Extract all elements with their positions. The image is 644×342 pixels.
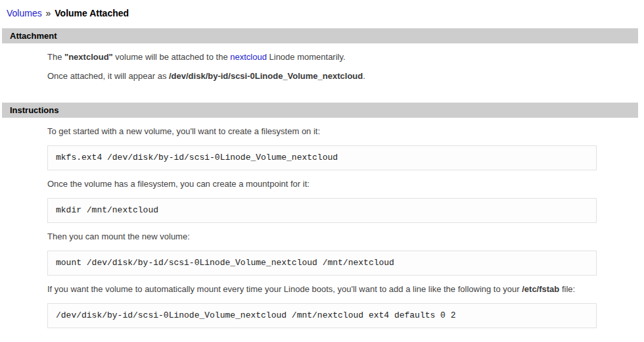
fstab-text-pre: If you want the volume to automatically … xyxy=(47,284,522,294)
instruction-step2-text: Once the volume has a filesystem, you ca… xyxy=(47,179,637,189)
attachment-status-text-post: Linode momentarily. xyxy=(267,52,346,62)
instruction-step4-text: If you want the volume to automatically … xyxy=(47,284,637,295)
fstab-text-post: file: xyxy=(559,284,575,294)
instruction-step3-text: Then you can mount the new volume: xyxy=(47,232,637,242)
attachment-status-text-pre: The xyxy=(47,52,64,62)
code-block-mkdir: mkdir /mnt/nextcloud xyxy=(47,198,597,223)
device-path-text-pre: Once attached, it will appear as xyxy=(47,71,169,81)
instructions-section-body: To get started with a new volume, you'll… xyxy=(47,126,637,328)
section-header-attachment: Attachment xyxy=(2,28,638,43)
attachment-status-text: The "nextcloud" volume will be attached … xyxy=(47,52,637,62)
attachment-section-body: The "nextcloud" volume will be attached … xyxy=(47,52,637,82)
section-header-instructions: Instructions xyxy=(2,103,638,118)
volume-name: "nextcloud" xyxy=(64,52,113,62)
attachment-device-path-text: Once attached, it will appear as /dev/di… xyxy=(47,71,637,82)
breadcrumb-link-volumes[interactable]: Volumes xyxy=(7,8,42,18)
breadcrumb: Volumes » Volume Attached xyxy=(0,0,644,19)
instruction-step1-text: To get started with a new volume, you'll… xyxy=(47,126,637,137)
fstab-path: /etc/fstab xyxy=(522,284,559,294)
code-block-fstab-line: /dev/disk/by-id/scsi-0Linode_Volume_next… xyxy=(47,303,597,328)
breadcrumb-current-page: Volume Attached xyxy=(55,8,129,18)
code-block-mount: mount /dev/disk/by-id/scsi-0Linode_Volum… xyxy=(47,251,597,276)
device-path-text-post: . xyxy=(363,71,365,81)
linode-link-nextcloud[interactable]: nextcloud xyxy=(230,52,267,62)
attachment-status-text-mid: volume will be attached to the xyxy=(113,52,231,62)
device-path: /dev/disk/by-id/scsi-0Linode_Volume_next… xyxy=(169,71,363,81)
code-block-mkfs: mkfs.ext4 /dev/disk/by-id/scsi-0Linode_V… xyxy=(47,145,597,170)
breadcrumb-separator: » xyxy=(45,8,53,18)
